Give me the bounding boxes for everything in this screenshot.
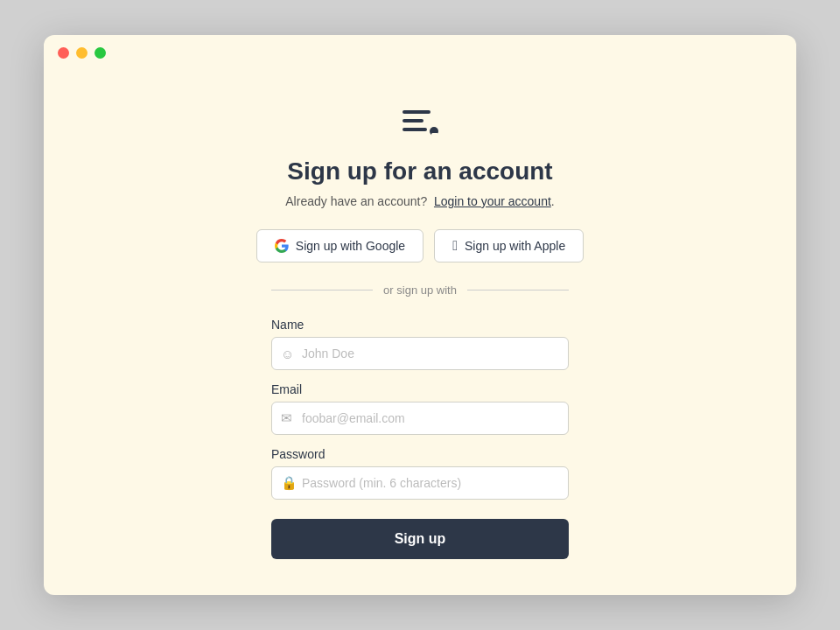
- divider-line-right: [467, 290, 569, 290]
- close-dot[interactable]: [58, 47, 69, 59]
- svg-rect-0: [402, 110, 430, 114]
- google-button-label: Sign up with Google: [296, 239, 405, 253]
- apple-signup-button[interactable]:  Sign up with Apple: [434, 229, 584, 262]
- titlebar: [44, 35, 796, 71]
- email-label: Email: [271, 382, 569, 396]
- google-icon: [275, 239, 289, 253]
- divider: or sign up with: [271, 284, 569, 297]
- logo-icon: [399, 107, 441, 142]
- email-input[interactable]: [271, 402, 569, 435]
- social-buttons: Sign up with Google  Sign up with Apple: [256, 229, 584, 262]
- login-link[interactable]: Login to your account: [434, 194, 551, 208]
- svg-rect-4: [431, 133, 438, 136]
- divider-text: or sign up with: [383, 284, 457, 297]
- name-input[interactable]: [271, 337, 569, 370]
- minimize-dot[interactable]: [76, 47, 88, 59]
- password-label: Password: [271, 447, 569, 461]
- signup-button[interactable]: Sign up: [271, 519, 569, 559]
- login-prompt: Already have an account? Login to your a…: [285, 194, 554, 208]
- password-input[interactable]: [271, 466, 569, 500]
- apple-button-label: Sign up with Apple: [465, 239, 565, 253]
- name-label: Name: [271, 318, 569, 332]
- app-window: Sign up for an account Already have an a…: [44, 35, 796, 595]
- divider-line-left: [271, 290, 373, 290]
- name-input-wrapper: ☺: [271, 337, 569, 370]
- password-field-group: Password 🔒: [271, 447, 569, 500]
- google-signup-button[interactable]: Sign up with Google: [256, 229, 424, 262]
- main-content: Sign up for an account Already have an a…: [44, 71, 796, 595]
- maximize-dot[interactable]: [94, 47, 106, 59]
- page-title: Sign up for an account: [287, 158, 552, 186]
- svg-rect-2: [402, 128, 427, 131]
- apple-icon: : [452, 239, 458, 253]
- email-field-group: Email ✉: [271, 382, 569, 435]
- svg-rect-1: [402, 119, 424, 122]
- password-input-wrapper: 🔒: [271, 466, 569, 500]
- name-field-group: Name ☺: [271, 318, 569, 370]
- email-input-wrapper: ✉: [271, 402, 569, 435]
